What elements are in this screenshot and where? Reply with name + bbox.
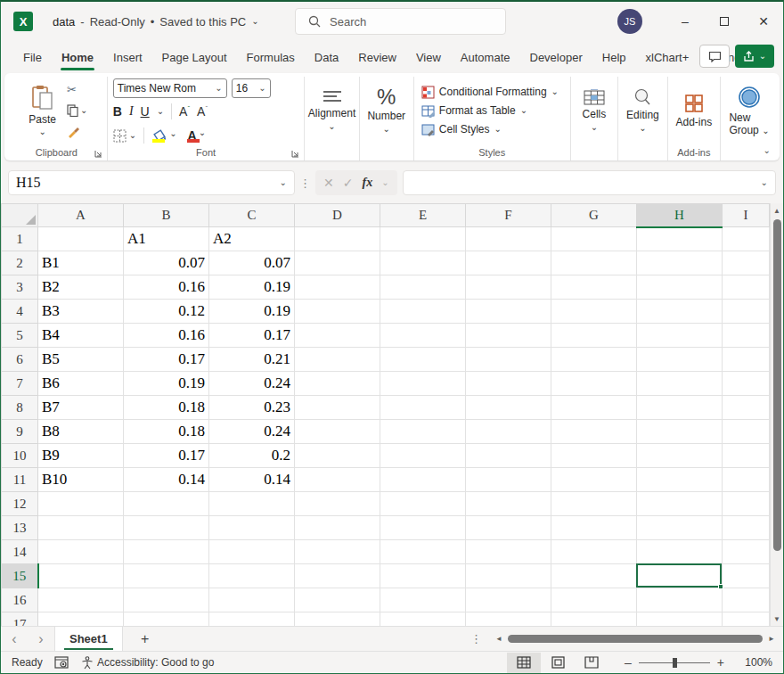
cell-I17[interactable] [723,612,770,627]
cell-I12[interactable] [723,492,770,516]
zoom-out-button[interactable]: – [625,655,632,670]
prev-sheet-button[interactable]: ‹ [1,631,28,647]
row-header-11[interactable]: 11 [2,468,38,492]
row-header-9[interactable]: 9 [2,420,38,444]
column-header-b[interactable]: B [124,204,209,227]
cell-I6[interactable] [723,348,770,372]
underline-chevron-down-icon[interactable]: ⌄ [157,107,164,116]
font-dialog-launcher[interactable] [291,150,299,158]
cell-E14[interactable] [380,540,466,564]
cell-D6[interactable] [295,348,380,372]
formula-input[interactable]: ⌄ [403,170,776,195]
row-header-6[interactable]: 6 [2,348,38,372]
cell-F8[interactable] [466,396,551,420]
cell-C11[interactable]: 0.14 [209,468,295,492]
decrease-font-button[interactable]: Aˇ [197,104,208,119]
cell-A1[interactable] [38,227,124,251]
cell-G12[interactable] [551,492,637,516]
cell-F11[interactable] [466,468,551,492]
tab-review[interactable]: Review [348,46,406,69]
cell-B9[interactable]: 0.18 [124,420,209,444]
addins-button[interactable]: Add-ins [668,77,720,144]
vertical-scrollbar[interactable]: ▲ ▼ [770,203,783,626]
tab-file[interactable]: File [13,46,52,69]
cell-F15[interactable] [466,564,551,588]
cell-D16[interactable] [295,588,380,612]
scroll-right-arrow-icon[interactable]: ► [765,635,778,643]
cell-F1[interactable] [466,227,551,251]
cell-E17[interactable] [380,612,466,627]
cell-E4[interactable] [380,300,466,324]
cell-A16[interactable] [38,588,124,612]
italic-button[interactable]: I [129,104,134,119]
horizontal-scrollbar[interactable]: ◄ ► [493,627,778,651]
confirm-entry-button[interactable]: ✓ [343,176,354,190]
cell-G17[interactable] [551,612,637,627]
column-header-a[interactable]: A [38,204,124,227]
sheetbar-grip-icon[interactable]: ⋮ [470,632,482,645]
cell-D13[interactable] [295,516,380,540]
cell-C16[interactable] [209,588,295,612]
cell-G15[interactable] [551,564,637,588]
cell-F2[interactable] [466,251,551,275]
cell-B17[interactable] [124,612,209,627]
new-group-button[interactable]: NewGroup ⌄ [721,77,778,144]
format-painter-button[interactable] [65,123,89,141]
maximize-button[interactable] [705,2,744,41]
sheet-tab-sheet1[interactable]: Sheet1 [54,627,123,652]
fill-handle[interactable] [718,584,723,589]
row-header-14[interactable]: 14 [2,540,38,564]
title-chevron-down-icon[interactable]: ⌄ [251,17,258,26]
cell-E12[interactable] [380,492,466,516]
cell-D8[interactable] [295,396,380,420]
cell-F7[interactable] [466,372,551,396]
cell-H3[interactable] [637,275,723,300]
column-header-d[interactable]: D [295,204,380,227]
cell-H2[interactable] [637,251,723,275]
cell-G8[interactable] [551,396,637,420]
cell-B4[interactable]: 0.12 [124,300,209,324]
column-header-f[interactable]: F [466,204,551,227]
cell-C8[interactable]: 0.23 [209,396,295,420]
selected-cell-h15[interactable] [636,563,722,588]
cell-B5[interactable]: 0.16 [124,324,209,348]
number-button[interactable]: % Number ⌄ [360,77,413,144]
cell-B14[interactable] [124,540,209,564]
cell-I10[interactable] [723,444,770,468]
zoom-slider-knob[interactable] [673,658,677,668]
cell-G5[interactable] [551,324,637,348]
cell-G16[interactable] [551,588,637,612]
cell-C1[interactable]: A2 [209,227,295,251]
cell-H8[interactable] [637,396,723,420]
tab-home[interactable]: Home [52,46,103,69]
cell-C17[interactable] [209,612,295,627]
scroll-left-arrow-icon[interactable]: ◄ [493,635,505,643]
cell-E5[interactable] [380,324,466,348]
cell-E2[interactable] [380,251,466,275]
cell-B15[interactable] [124,564,209,588]
cell-E15[interactable] [380,564,466,588]
accessibility-status[interactable]: Accessibility: Good to go [81,656,214,670]
cell-A6[interactable]: B5 [38,348,124,372]
cell-D1[interactable] [295,227,380,251]
cell-E7[interactable] [380,372,466,396]
tab-data[interactable]: Data [305,46,348,69]
tab-xlchart-[interactable]: xlChart+ [636,46,699,69]
row-header-15[interactable]: 15 [2,564,38,588]
cell-G14[interactable] [551,540,637,564]
cell-B13[interactable] [124,516,209,540]
cell-H17[interactable] [637,612,723,627]
column-header-e[interactable]: E [380,204,466,227]
cell-E13[interactable] [380,516,466,540]
cell-F13[interactable] [466,516,551,540]
cell-C5[interactable]: 0.17 [209,324,295,348]
name-box[interactable]: H15 ⌄ [8,170,295,195]
cell-H1[interactable] [637,227,723,251]
cell-D17[interactable] [295,612,380,627]
cell-I13[interactable] [723,516,770,540]
row-header-17[interactable]: 17 [2,612,38,627]
cell-E10[interactable] [380,444,466,468]
cell-F5[interactable] [466,324,551,348]
cell-B11[interactable]: 0.14 [124,468,209,492]
scroll-down-arrow-icon[interactable]: ▼ [771,612,783,626]
